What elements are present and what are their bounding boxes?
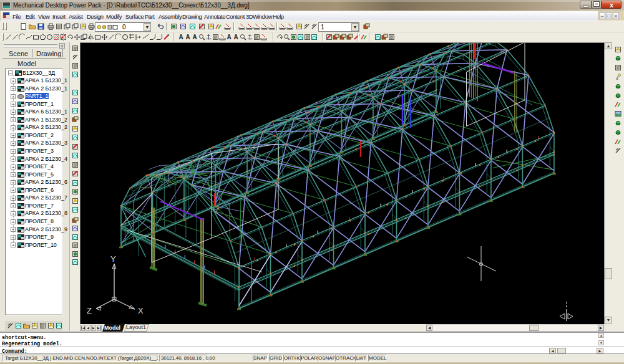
svg-text:A: A	[193, 34, 197, 41]
svg-text:A: A	[186, 34, 190, 41]
svg-text:Y: Y	[110, 254, 116, 264]
svg-text:Z: Z	[87, 306, 92, 315]
svg-text:X: X	[138, 306, 144, 315]
svg-text:A: A	[234, 34, 238, 41]
svg-text:A: A	[227, 34, 232, 41]
svg-text:A: A	[179, 34, 183, 41]
